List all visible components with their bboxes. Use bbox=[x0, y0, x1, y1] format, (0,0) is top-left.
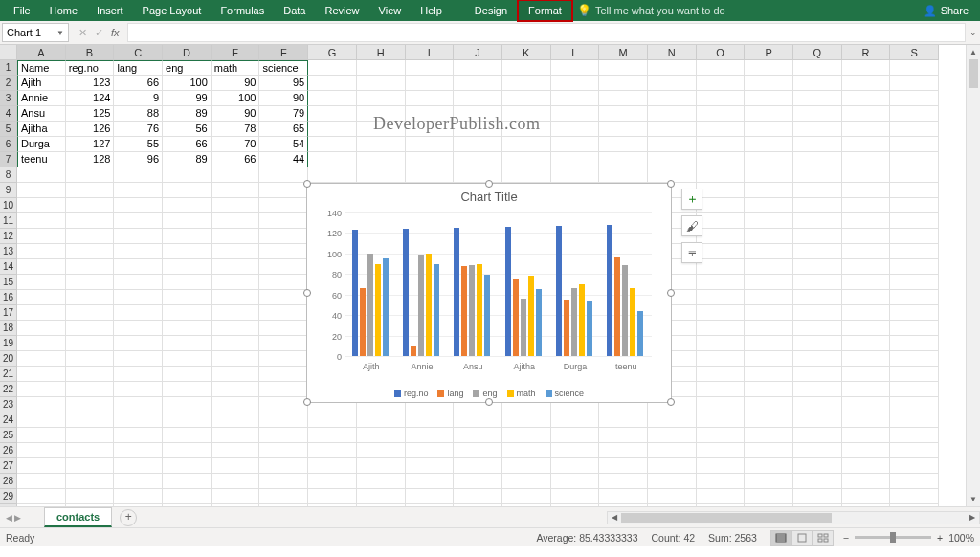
cell[interactable] bbox=[259, 290, 308, 305]
cell[interactable] bbox=[163, 351, 212, 367]
cell[interactable]: reg.no bbox=[66, 60, 115, 76]
cell[interactable] bbox=[17, 321, 66, 336]
cell[interactable] bbox=[114, 367, 163, 382]
row-header[interactable]: 13 bbox=[0, 244, 17, 259]
cell[interactable] bbox=[793, 198, 842, 213]
cell[interactable]: Ansu bbox=[17, 106, 66, 122]
cell[interactable] bbox=[745, 122, 793, 137]
cell[interactable] bbox=[551, 137, 600, 152]
cell[interactable] bbox=[114, 259, 163, 275]
bar-group[interactable] bbox=[556, 226, 592, 356]
cell[interactable] bbox=[551, 152, 600, 167]
cell[interactable] bbox=[697, 76, 746, 91]
cell[interactable] bbox=[17, 290, 66, 305]
cell[interactable] bbox=[212, 412, 260, 428]
cell[interactable] bbox=[648, 474, 697, 489]
cell[interactable] bbox=[259, 428, 308, 443]
cell[interactable] bbox=[697, 290, 746, 305]
cell[interactable] bbox=[212, 504, 260, 506]
cell[interactable] bbox=[66, 382, 115, 397]
cell[interactable] bbox=[648, 458, 697, 474]
cell[interactable] bbox=[697, 244, 746, 259]
cell[interactable] bbox=[454, 474, 502, 489]
cell[interactable] bbox=[163, 213, 212, 229]
chart-plot-area[interactable]: AjithAnnieAnsuAjithaDurgateenu bbox=[345, 212, 652, 356]
cell[interactable] bbox=[793, 504, 842, 506]
bar-group[interactable] bbox=[454, 228, 490, 356]
cell[interactable] bbox=[697, 428, 746, 443]
cell[interactable] bbox=[114, 397, 163, 412]
cell[interactable] bbox=[890, 91, 939, 106]
zoom-in-button[interactable]: + bbox=[937, 532, 943, 544]
select-all-corner[interactable] bbox=[0, 45, 17, 60]
cell[interactable] bbox=[17, 474, 66, 489]
chart-handle[interactable] bbox=[667, 180, 675, 188]
cell[interactable] bbox=[502, 428, 551, 443]
cell[interactable] bbox=[648, 412, 697, 428]
cell[interactable] bbox=[259, 321, 308, 336]
cell[interactable] bbox=[793, 305, 842, 321]
cell[interactable] bbox=[551, 458, 600, 474]
fx-icon[interactable]: fx bbox=[111, 27, 120, 38]
cell[interactable] bbox=[599, 412, 648, 428]
cell[interactable] bbox=[259, 458, 308, 474]
cell[interactable] bbox=[697, 106, 746, 122]
column-header[interactable]: P bbox=[745, 45, 793, 60]
cell[interactable] bbox=[308, 504, 357, 506]
cell[interactable] bbox=[793, 474, 842, 489]
column-header[interactable]: G bbox=[308, 45, 357, 60]
cell[interactable] bbox=[648, 106, 697, 122]
cell[interactable] bbox=[697, 336, 746, 351]
cell[interactable] bbox=[842, 336, 891, 351]
cell[interactable] bbox=[745, 198, 793, 213]
cell[interactable] bbox=[648, 60, 697, 76]
cell[interactable] bbox=[17, 305, 66, 321]
cell[interactable] bbox=[357, 60, 406, 76]
cell[interactable]: Ajitha bbox=[17, 122, 66, 137]
sheet-nav-prev-icon[interactable]: ◀ bbox=[6, 513, 12, 523]
cell[interactable] bbox=[793, 397, 842, 412]
chart-handle[interactable] bbox=[303, 289, 311, 297]
cell[interactable] bbox=[551, 474, 600, 489]
cell[interactable] bbox=[212, 213, 260, 229]
row-header[interactable]: 30 bbox=[0, 504, 17, 506]
cell[interactable] bbox=[842, 91, 891, 106]
cell[interactable] bbox=[406, 504, 455, 506]
cell[interactable] bbox=[842, 474, 891, 489]
cell[interactable] bbox=[745, 259, 793, 275]
cell[interactable]: 70 bbox=[212, 137, 260, 152]
cell[interactable] bbox=[17, 397, 66, 412]
tab-home[interactable]: Home bbox=[40, 1, 87, 20]
scroll-thumb[interactable] bbox=[969, 59, 978, 88]
scroll-left-icon[interactable]: ◀ bbox=[608, 513, 621, 522]
cell[interactable] bbox=[890, 259, 939, 275]
cell[interactable] bbox=[212, 443, 260, 458]
cell[interactable] bbox=[308, 106, 357, 122]
cell[interactable] bbox=[454, 76, 502, 91]
cell[interactable] bbox=[551, 489, 600, 504]
cell[interactable] bbox=[66, 183, 115, 198]
cell[interactable] bbox=[406, 167, 455, 183]
column-header[interactable]: Q bbox=[793, 45, 842, 60]
cell[interactable] bbox=[842, 351, 891, 367]
cell[interactable] bbox=[406, 137, 455, 152]
legend-item[interactable]: reg.no bbox=[394, 389, 429, 398]
cell[interactable] bbox=[114, 198, 163, 213]
chart-handle[interactable] bbox=[485, 398, 493, 406]
scroll-up-icon[interactable]: ▲ bbox=[967, 45, 980, 59]
cell[interactable] bbox=[842, 397, 891, 412]
zoom-slider[interactable] bbox=[855, 536, 931, 539]
cell[interactable] bbox=[793, 351, 842, 367]
cell[interactable] bbox=[66, 275, 115, 290]
cell[interactable] bbox=[793, 137, 842, 152]
cell[interactable] bbox=[745, 474, 793, 489]
cell[interactable] bbox=[890, 321, 939, 336]
cell[interactable] bbox=[793, 229, 842, 244]
bar[interactable] bbox=[469, 265, 475, 356]
cell[interactable] bbox=[66, 458, 115, 474]
cell[interactable] bbox=[745, 489, 793, 504]
cell[interactable] bbox=[212, 167, 260, 183]
cell[interactable] bbox=[17, 443, 66, 458]
row-header[interactable]: 27 bbox=[0, 458, 17, 474]
cell[interactable] bbox=[406, 428, 455, 443]
